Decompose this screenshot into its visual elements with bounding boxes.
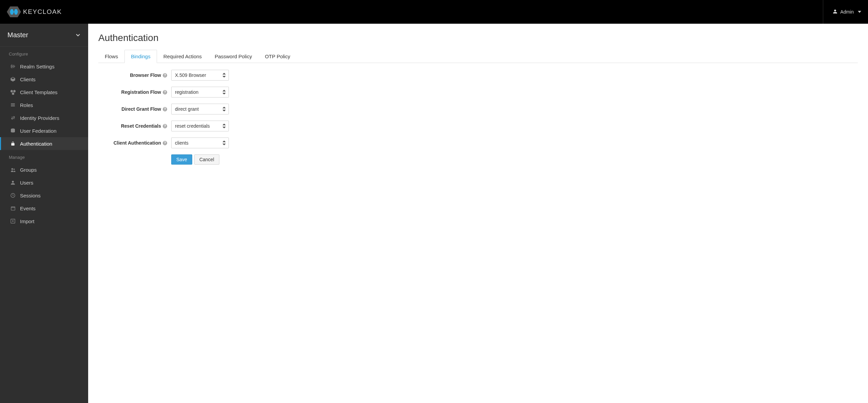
- sidebar-item-label: User Federation: [20, 128, 57, 134]
- cube-icon: [10, 76, 16, 82]
- user-icon: [10, 179, 16, 186]
- sidebar-item-label: Authentication: [20, 141, 52, 147]
- group-icon: [10, 167, 16, 173]
- sidebar-item-import[interactable]: Import: [0, 215, 88, 228]
- brand-name: KEYCLOAK: [23, 8, 62, 16]
- sidebar-item-label: Sessions: [20, 193, 41, 198]
- reset-credentials-select[interactable]: reset credentials: [171, 121, 229, 131]
- sidebar-item-label: Client Templates: [20, 89, 58, 95]
- cubes-icon: [10, 89, 16, 95]
- save-button[interactable]: Save: [171, 154, 192, 165]
- sidebar-section-title: Manage: [0, 150, 88, 163]
- sidebar-item-label: Roles: [20, 102, 33, 108]
- realm-selector[interactable]: Master: [0, 24, 88, 47]
- clock-icon: [10, 192, 16, 198]
- tab-bindings[interactable]: Bindings: [124, 50, 157, 63]
- svg-rect-10: [11, 207, 15, 210]
- help-icon[interactable]: ?: [163, 141, 167, 145]
- help-icon[interactable]: ?: [163, 107, 167, 111]
- user-name: Admin: [840, 9, 854, 15]
- chevron-down-icon: [858, 11, 861, 13]
- sidebar-item-user-federation[interactable]: User Federation: [0, 124, 88, 137]
- sliders-icon: [10, 63, 16, 69]
- sidebar-item-sessions[interactable]: Sessions: [0, 189, 88, 202]
- help-icon[interactable]: ?: [163, 124, 167, 128]
- registration-flow-select[interactable]: registration: [171, 87, 229, 98]
- tab-bar: FlowsBindingsRequired ActionsPassword Po…: [98, 49, 858, 63]
- form-actions: SaveCancel: [171, 154, 403, 165]
- form-label: Client Authentication?: [98, 140, 171, 146]
- sidebar: Master ConfigureRealm SettingsClientsCli…: [0, 24, 88, 403]
- brand-logo[interactable]: KEYCLOAK: [7, 6, 62, 18]
- sidebar-section-title: Configure: [0, 47, 88, 60]
- sidebar-item-client-templates[interactable]: Client Templates: [0, 86, 88, 99]
- sidebar-item-label: Groups: [20, 167, 37, 173]
- help-icon[interactable]: ?: [163, 73, 167, 78]
- tab-password-policy[interactable]: Password Policy: [208, 50, 258, 63]
- svg-point-8: [13, 168, 15, 170]
- form-label: Browser Flow?: [98, 72, 171, 78]
- form-row-direct-grant-flow: Direct Grant Flow?direct grant: [98, 104, 403, 114]
- chevron-down-icon: [76, 34, 80, 37]
- tab-otp-policy[interactable]: OTP Policy: [258, 50, 297, 63]
- svg-rect-5: [11, 106, 15, 106]
- sidebar-item-label: Events: [20, 206, 36, 211]
- app-header: KEYCLOAK Admin: [0, 0, 868, 24]
- direct-grant-flow-select[interactable]: direct grant: [171, 104, 229, 114]
- import-icon: [10, 218, 16, 224]
- form-label: Registration Flow?: [98, 89, 171, 95]
- tab-flows[interactable]: Flows: [98, 50, 124, 63]
- calendar-icon: [10, 205, 16, 211]
- svg-rect-4: [11, 105, 15, 105]
- cancel-button[interactable]: Cancel: [194, 154, 219, 165]
- database-icon: [10, 128, 16, 134]
- lock-icon: [10, 141, 16, 147]
- page-title: Authentication: [98, 33, 858, 43]
- sidebar-item-label: Identity Providers: [20, 115, 59, 121]
- form-row-reset-credentials: Reset Credentials?reset credentials: [98, 121, 403, 131]
- sidebar-item-identity-providers[interactable]: Identity Providers: [0, 111, 88, 124]
- form-row-browser-flow: Browser Flow?X.509 Browser: [98, 70, 403, 81]
- realm-name: Master: [7, 31, 28, 39]
- client-authentication-select[interactable]: clients: [171, 137, 229, 148]
- sidebar-item-label: Users: [20, 180, 33, 186]
- exchange-icon: [10, 115, 16, 121]
- sidebar-item-realm-settings[interactable]: Realm Settings: [0, 60, 88, 73]
- form-label: Direct Grant Flow?: [98, 106, 171, 112]
- svg-point-7: [11, 168, 13, 170]
- main-content: Authentication FlowsBindingsRequired Act…: [88, 24, 868, 403]
- bindings-form: Browser Flow?X.509 BrowserRegistration F…: [98, 70, 403, 165]
- sidebar-item-roles[interactable]: Roles: [0, 99, 88, 111]
- svg-rect-3: [11, 103, 15, 104]
- sidebar-item-clients[interactable]: Clients: [0, 73, 88, 86]
- sidebar-item-label: Import: [20, 218, 35, 224]
- sidebar-item-label: Realm Settings: [20, 64, 55, 69]
- sidebar-item-groups[interactable]: Groups: [0, 163, 88, 176]
- sidebar-item-label: Clients: [20, 77, 36, 82]
- tab-required-actions[interactable]: Required Actions: [157, 50, 208, 63]
- form-row-client-authentication: Client Authentication?clients: [98, 137, 403, 148]
- help-icon[interactable]: ?: [163, 90, 167, 94]
- form-row-registration-flow: Registration Flow?registration: [98, 87, 403, 98]
- keycloak-logo-icon: [7, 6, 21, 18]
- user-menu[interactable]: Admin: [823, 0, 861, 24]
- sidebar-item-users[interactable]: Users: [0, 176, 88, 189]
- list-icon: [10, 102, 16, 108]
- sidebar-item-events[interactable]: Events: [0, 202, 88, 215]
- browser-flow-select[interactable]: X.509 Browser: [171, 70, 229, 81]
- sidebar-item-authentication[interactable]: Authentication: [0, 137, 88, 150]
- user-icon: [833, 9, 837, 15]
- form-label: Reset Credentials?: [98, 123, 171, 129]
